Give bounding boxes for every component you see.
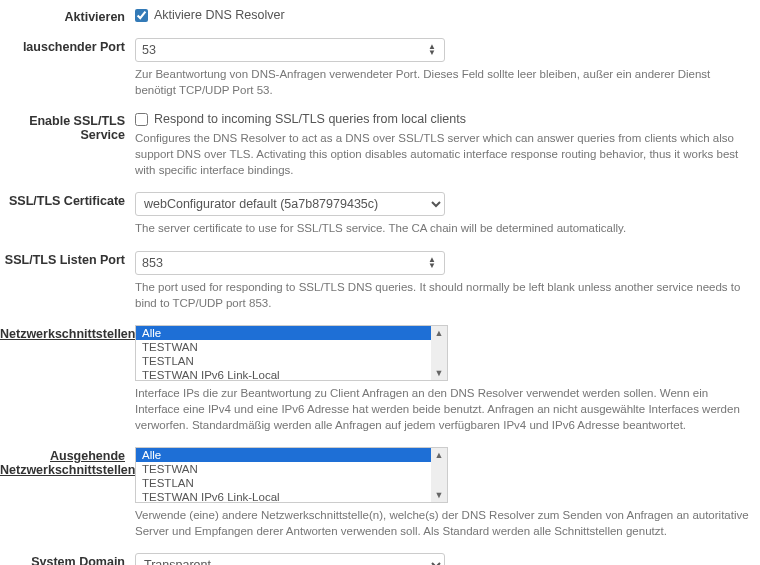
ssl-cert-help: The server certificate to use for SSL/TL…: [135, 220, 752, 236]
listen-port-input[interactable]: 53 ▲▼: [135, 38, 445, 62]
enable-checkbox-wrap[interactable]: Aktiviere DNS Resolver: [135, 8, 752, 22]
ssl-enable-checkbox[interactable]: [135, 113, 148, 126]
ssl-port-help: The port used for responding to SSL/TLS …: [135, 279, 752, 311]
net-if-option-alle[interactable]: Alle: [136, 326, 431, 340]
row-zone: System Domain lokaler Zonentyp Transpare…: [0, 545, 760, 565]
label-zone: System Domain lokaler Zonentyp: [0, 551, 135, 565]
net-if-help: Interface IPs die zur Beantwortung zu Cl…: [135, 385, 752, 433]
net-if-option[interactable]: TESTWAN: [136, 340, 431, 354]
row-ssl-cert: SSL/TLS Certificate webConfigurator defa…: [0, 184, 760, 242]
out-if-option[interactable]: TESTLAN: [136, 476, 431, 490]
ssl-enable-checkbox-wrap[interactable]: Respond to incoming SSL/TLS queries from…: [135, 112, 752, 126]
net-if-option[interactable]: TESTLAN: [136, 354, 431, 368]
chevron-down-icon[interactable]: ▼: [435, 490, 444, 500]
chevron-up-icon[interactable]: ▲: [435, 450, 444, 460]
out-if-help: Verwende (eine) andere Netzwerkschnittst…: [135, 507, 752, 539]
listen-port-value: 53: [142, 43, 156, 57]
ssl-enable-checkbox-label: Respond to incoming SSL/TLS queries from…: [154, 112, 466, 126]
chevron-up-icon[interactable]: ▲: [435, 328, 444, 338]
chevron-down-icon[interactable]: ▼: [435, 368, 444, 378]
ssl-port-stepper[interactable]: ▲▼: [426, 257, 438, 269]
out-if-option[interactable]: TESTWAN IPv6 Link-Local: [136, 490, 431, 502]
ssl-port-value: 853: [142, 256, 163, 270]
ssl-enable-help: Configures the DNS Resolver to act as a …: [135, 130, 752, 178]
net-if-option[interactable]: TESTWAN IPv6 Link-Local: [136, 368, 431, 380]
label-listen-port: lauschender Port: [0, 36, 135, 54]
out-if-scrollbar[interactable]: ▲▼: [431, 448, 447, 502]
out-if-option[interactable]: TESTWAN: [136, 462, 431, 476]
out-if-select[interactable]: Alle TESTWAN TESTLAN TESTWAN IPv6 Link-L…: [135, 447, 448, 503]
out-if-option-alle[interactable]: Alle: [136, 448, 431, 462]
enable-checkbox-label: Aktiviere DNS Resolver: [154, 8, 285, 22]
listen-port-stepper[interactable]: ▲▼: [426, 44, 438, 56]
net-if-scrollbar[interactable]: ▲▼: [431, 326, 447, 380]
enable-checkbox[interactable]: [135, 9, 148, 22]
net-if-select[interactable]: Alle TESTWAN TESTLAN TESTWAN IPv6 Link-L…: [135, 325, 448, 381]
label-enable: Aktivieren: [0, 6, 135, 24]
row-net-if: Netzwerkschnittstellen Alle TESTWAN TEST…: [0, 317, 760, 439]
row-listen-port: lauschender Port 53 ▲▼ Zur Beantwortung …: [0, 30, 760, 104]
row-ssl-port: SSL/TLS Listen Port 853 ▲▼ The port used…: [0, 243, 760, 317]
ssl-cert-select[interactable]: webConfigurator default (5a7b87979435c): [135, 192, 445, 216]
label-net-if: Netzwerkschnittstellen: [0, 323, 135, 341]
ssl-port-input[interactable]: 853 ▲▼: [135, 251, 445, 275]
label-ssl-cert: SSL/TLS Certificate: [0, 190, 135, 208]
label-out-if: Ausgehende Netzwerkschnittstellen: [0, 445, 135, 477]
zone-select[interactable]: Transparent: [135, 553, 445, 565]
listen-port-help: Zur Beantwortung von DNS-Anfragen verwen…: [135, 66, 752, 98]
label-ssl-port: SSL/TLS Listen Port: [0, 249, 135, 267]
row-out-if: Ausgehende Netzwerkschnittstellen Alle T…: [0, 439, 760, 545]
row-ssl-enable: Enable SSL/TLS Service Respond to incomi…: [0, 104, 760, 184]
row-enable: Aktivieren Aktiviere DNS Resolver: [0, 0, 760, 30]
label-ssl-enable: Enable SSL/TLS Service: [0, 110, 135, 142]
